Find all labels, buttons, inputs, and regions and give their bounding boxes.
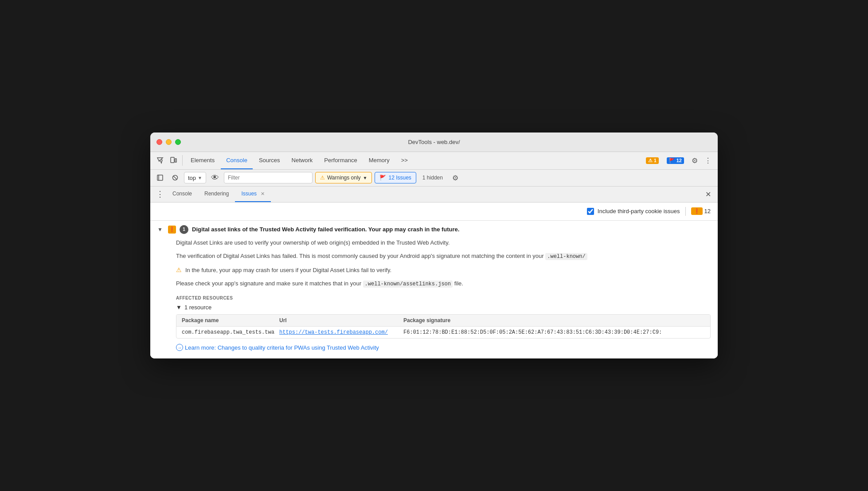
issue-desc-1: Digital Asset Links are used to verify y… — [176, 238, 711, 248]
tab-sources[interactable]: Sources — [254, 152, 285, 169]
inline-warning-icon: ⚠ — [176, 266, 182, 273]
issue-check-code: .well-known/assetlinks.json — [363, 281, 453, 288]
svg-rect-1 — [175, 159, 176, 162]
tab-more[interactable]: >> — [396, 152, 413, 169]
issue-count-circle: 1 — [180, 225, 188, 234]
minimize-button[interactable] — [166, 139, 172, 145]
learn-more: → Learn more: Changes to quality criteri… — [176, 344, 711, 351]
resource-table-header: Package name Url Package signature — [176, 315, 710, 327]
hidden-count: 1 hidden — [419, 175, 446, 181]
sidebar-toggle-button[interactable] — [154, 171, 166, 184]
learn-more-link[interactable]: → Learn more: Changes to quality criteri… — [176, 344, 711, 351]
issue-check-text: Please check your app's signature and ma… — [176, 279, 711, 288]
warnings-only-button[interactable]: ⚠ Warnings only ▼ — [315, 172, 372, 183]
issues-content: ▼ ❗ 1 Digital asset links of the Trusted… — [150, 221, 718, 359]
drawer-tab-rendering[interactable]: Rendering — [198, 186, 235, 202]
drawer-tabs: ⋮ Console Rendering Issues ✕ ✕ — [150, 187, 718, 203]
maximize-button[interactable] — [175, 139, 181, 145]
svg-rect-0 — [171, 157, 174, 163]
affected-resources-title: AFFECTED RESOURCES — [176, 296, 711, 300]
issue-count-badge: ❗ — [691, 207, 703, 215]
issues-count-button[interactable]: 🚩 12 Issues — [375, 172, 416, 183]
device-toolbar-button[interactable] — [167, 154, 180, 167]
issue-warning-text: In the future, your app may crash for us… — [185, 266, 391, 275]
issues-button[interactable]: 🚩 12 — [663, 154, 688, 167]
issue-header[interactable]: ▼ ❗ 1 Digital asset links of the Trusted… — [150, 221, 718, 238]
filter-input[interactable] — [224, 172, 313, 183]
issue-warning-line: ⚠ In the future, your app may crash for … — [176, 266, 711, 275]
close-button[interactable] — [156, 139, 162, 145]
main-toolbar: Elements Console Sources Network Perform… — [150, 152, 718, 170]
drawer-close-button[interactable]: ✕ — [702, 188, 714, 200]
drawer-tab-issues[interactable]: Issues ✕ — [235, 186, 271, 202]
tab-console[interactable]: Console — [221, 152, 253, 169]
tab-memory[interactable]: Memory — [364, 152, 395, 169]
console-settings-button[interactable]: ⚙ — [449, 171, 461, 184]
titlebar: DevTools - web.dev/ — [150, 132, 718, 152]
issue-body: Digital Asset Links are used to verify y… — [150, 238, 718, 359]
issue-desc-2: The verification of Digital Asset Links … — [176, 252, 711, 261]
window-title: DevTools - web.dev/ — [408, 139, 460, 145]
settings-button[interactable]: ⚙ — [688, 154, 701, 167]
secondary-toolbar: top ▼ 👁 ⚠ Warnings only ▼ 🚩 12 Issues 1 … — [150, 170, 718, 187]
issue-warning-icon: ❗ — [168, 226, 176, 234]
issue-chevron-icon: ▼ — [157, 226, 164, 233]
resource-toggle[interactable]: ▼ 1 resource — [176, 304, 711, 311]
clear-console-button[interactable] — [169, 171, 181, 184]
resource-table: Package name Url Package signature com.f… — [176, 314, 711, 339]
issue-desc-2-code: .well-known/ — [545, 253, 587, 260]
tab-elements[interactable]: Elements — [185, 152, 220, 169]
traffic-lights — [156, 139, 181, 145]
toolbar-divider — [182, 155, 183, 166]
context-selector[interactable]: top ▼ — [184, 172, 206, 183]
svg-line-5 — [173, 176, 177, 179]
warnings-button[interactable]: ⚠ 1 — [642, 154, 662, 167]
include-third-party-checkbox[interactable] — [587, 208, 594, 215]
learn-more-icon: → — [176, 344, 183, 351]
table-row: com.firebaseapp.twa_tests.twa https://tw… — [176, 327, 710, 338]
issue-count-display: ❗ 12 — [691, 207, 711, 215]
header-divider — [685, 207, 686, 216]
include-third-party-label: Include third-party cookie issues — [598, 208, 680, 214]
include-third-party-group: Include third-party cookie issues — [587, 208, 680, 215]
issue-row: ▼ ❗ 1 Digital asset links of the Trusted… — [150, 221, 718, 359]
more-options-button[interactable]: ⋮ — [702, 154, 714, 167]
tab-network[interactable]: Network — [286, 152, 318, 169]
issues-panel-header: Include third-party cookie issues ❗ 12 — [150, 203, 718, 221]
affected-resources: AFFECTED RESOURCES ▼ 1 resource Package … — [176, 296, 711, 339]
warning-badge: ⚠ 1 — [646, 157, 659, 164]
inspect-element-button[interactable] — [154, 154, 166, 167]
issues-badge: 🚩 12 — [667, 157, 684, 164]
live-expressions-button[interactable]: 👁 — [209, 171, 221, 184]
issue-title: Digital asset links of the Trusted Web A… — [192, 226, 459, 233]
drawer-tab-console[interactable]: Console — [166, 186, 198, 202]
svg-rect-2 — [157, 175, 163, 180]
drawer-more-button[interactable]: ⋮ — [154, 188, 166, 200]
tab-performance[interactable]: Performance — [319, 152, 362, 169]
devtools-window: DevTools - web.dev/ Elements Console Sou… — [150, 132, 718, 359]
